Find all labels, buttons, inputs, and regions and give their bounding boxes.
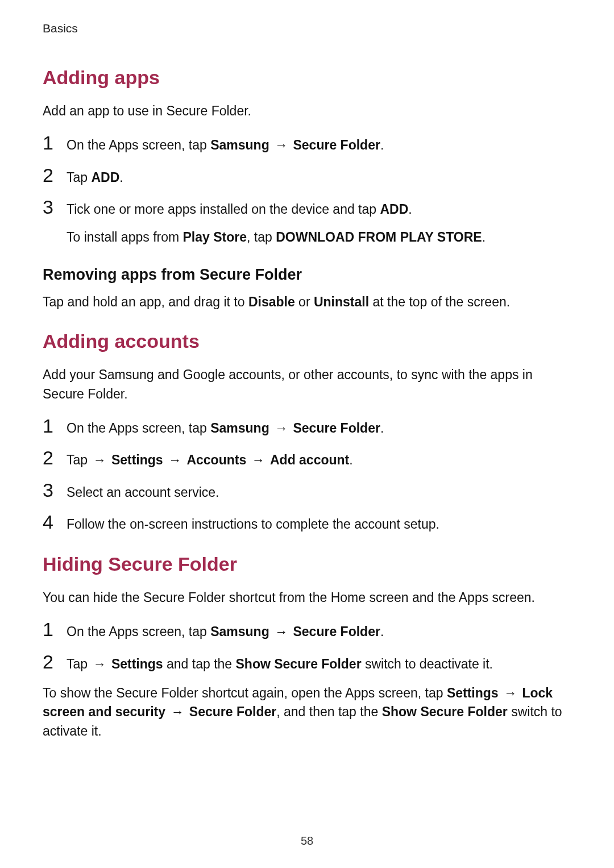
- bold-text: Show Secure Folder: [236, 657, 362, 671]
- step-body: Tap ADD.: [67, 165, 571, 188]
- arrow-icon: →: [93, 450, 106, 470]
- step-number: 1: [43, 416, 67, 435]
- step-body: Tick one or more apps installed on the d…: [67, 197, 571, 247]
- intro-hiding: You can hide the Secure Folder shortcut …: [43, 588, 571, 607]
- para-removing-apps: Tap and hold an app, and drag it to Disa…: [43, 293, 571, 312]
- bold-text: Secure Folder: [189, 704, 276, 719]
- page-number: 58: [0, 834, 614, 848]
- bold-text: ADD: [380, 202, 408, 217]
- bold-text: Samsung: [210, 138, 269, 152]
- step-item: 2Tap ADD.: [43, 165, 571, 188]
- heading-adding-apps: Adding apps: [43, 66, 571, 89]
- step-body: Tap → Settings → Accounts → Add account.: [67, 448, 571, 470]
- step-item: 2Tap → Settings and tap the Show Secure …: [43, 652, 571, 674]
- step-item: 3Select an account service.: [43, 480, 571, 502]
- arrow-icon: →: [275, 622, 288, 642]
- heading-removing-apps: Removing apps from Secure Folder: [43, 266, 571, 284]
- arrow-icon: →: [168, 450, 181, 470]
- steps-adding-accounts: 1On the Apps screen, tap Samsung → Secur…: [43, 416, 571, 534]
- arrow-icon: →: [252, 450, 265, 470]
- bold-text: Secure Folder: [293, 624, 380, 639]
- bold-text: Uninstall: [314, 294, 369, 309]
- heading-adding-accounts: Adding accounts: [43, 330, 571, 353]
- bold-text: Disable: [248, 294, 295, 309]
- step-item: 1On the Apps screen, tap Samsung → Secur…: [43, 416, 571, 438]
- step-item: 4Follow the on-screen instructions to co…: [43, 512, 571, 534]
- bold-text: Settings: [111, 452, 163, 467]
- bold-text: Samsung: [210, 421, 269, 435]
- step-body: Tap → Settings and tap the Show Secure F…: [67, 652, 571, 674]
- step-item: 1On the Apps screen, tap Samsung → Secur…: [43, 133, 571, 155]
- section-adding-apps: Adding apps Add an app to use in Secure …: [43, 66, 571, 312]
- running-head: Basics: [43, 22, 571, 35]
- intro-adding-accounts: Add your Samsung and Google accounts, or…: [43, 366, 571, 404]
- bold-text: DOWNLOAD FROM PLAY STORE: [276, 230, 482, 244]
- arrow-icon: →: [275, 135, 288, 155]
- bold-text: Samsung: [210, 624, 269, 639]
- step-subtext: To install apps from Play Store, tap DOW…: [67, 227, 571, 247]
- page-content: Basics Adding apps Add an app to use in …: [0, 0, 614, 741]
- step-item: 1On the Apps screen, tap Samsung → Secur…: [43, 620, 571, 642]
- step-body: Select an account service.: [67, 480, 571, 502]
- heading-hiding: Hiding Secure Folder: [43, 553, 571, 576]
- bold-text: Show Secure Folder: [382, 704, 508, 719]
- bold-text: Add account: [270, 452, 349, 467]
- intro-adding-apps: Add an app to use in Secure Folder.: [43, 102, 571, 121]
- step-body: On the Apps screen, tap Samsung → Secure…: [67, 133, 571, 155]
- bold-text: Play Store: [183, 230, 247, 244]
- step-number: 2: [43, 652, 67, 671]
- step-number: 2: [43, 448, 67, 467]
- arrow-icon: →: [93, 654, 106, 674]
- bold-text: ADD: [91, 170, 119, 185]
- steps-adding-apps: 1On the Apps screen, tap Samsung → Secur…: [43, 133, 571, 247]
- step-item: 2Tap → Settings → Accounts → Add account…: [43, 448, 571, 470]
- step-number: 1: [43, 620, 67, 639]
- step-number: 3: [43, 197, 67, 217]
- step-number: 4: [43, 512, 67, 531]
- arrow-icon: →: [504, 684, 517, 703]
- bold-text: Accounts: [186, 452, 246, 467]
- arrow-icon: →: [275, 418, 288, 438]
- bold-text: Settings: [111, 657, 163, 671]
- step-body: On the Apps screen, tap Samsung → Secure…: [67, 620, 571, 642]
- step-item: 3Tick one or more apps installed on the …: [43, 197, 571, 247]
- bold-text: Secure Folder: [293, 138, 380, 152]
- step-body: Follow the on-screen instructions to com…: [67, 512, 571, 534]
- steps-hiding: 1On the Apps screen, tap Samsung → Secur…: [43, 620, 571, 674]
- step-number: 3: [43, 480, 67, 500]
- bold-text: Secure Folder: [293, 421, 380, 435]
- bold-text: Settings: [447, 686, 499, 700]
- step-number: 2: [43, 165, 67, 185]
- section-hiding: Hiding Secure Folder You can hide the Se…: [43, 553, 571, 741]
- para-hiding-trailing: To show the Secure Folder shortcut again…: [43, 684, 571, 741]
- step-number: 1: [43, 133, 67, 152]
- arrow-icon: →: [171, 703, 184, 721]
- step-body: On the Apps screen, tap Samsung → Secure…: [67, 416, 571, 438]
- section-adding-accounts: Adding accounts Add your Samsung and Goo…: [43, 330, 571, 534]
